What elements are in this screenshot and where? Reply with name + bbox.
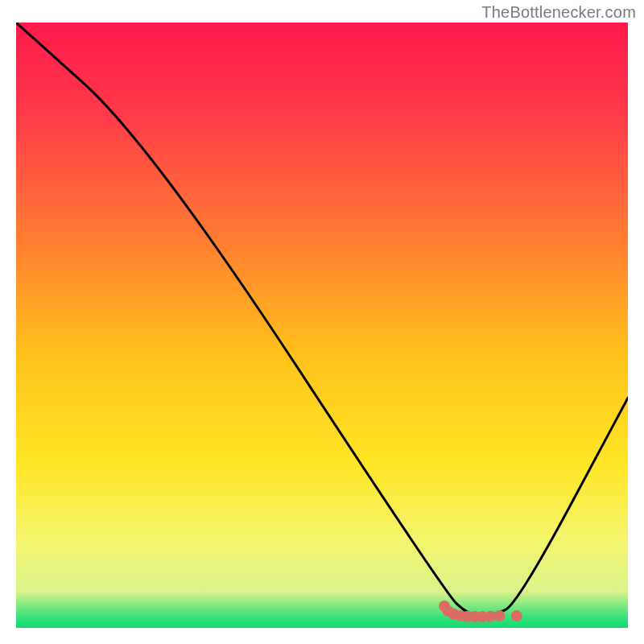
optimal-point (493, 610, 505, 621)
chart-background (16, 23, 628, 628)
attribution-text: TheBottlenecker.com (481, 3, 636, 22)
bottleneck-chart (0, 0, 644, 644)
optimal-point (511, 610, 522, 621)
